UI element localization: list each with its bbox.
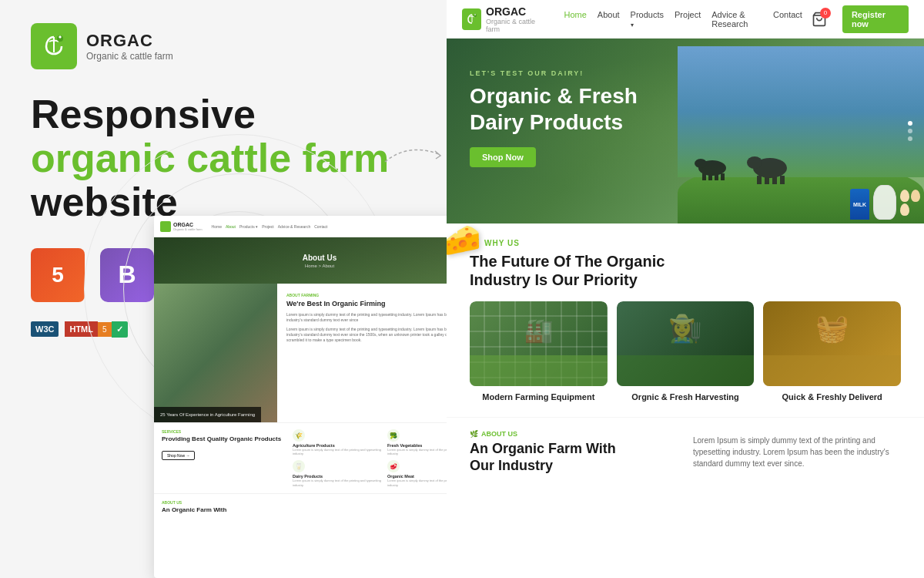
about-us-left: 🌿 ABOUT US An Organic Farm WithOur Indus…	[470, 430, 678, 474]
hero-content: LET'S TEST OUR DAIRY! Organic & FreshDai…	[447, 39, 924, 198]
service-agriculture: 🌾 Agriculture Products Lorem ipsum is si…	[293, 429, 383, 455]
right-nav-home[interactable]: Home	[564, 10, 587, 29]
mockup-hero-title: About Us	[303, 254, 336, 262]
html-box: HTML	[65, 321, 98, 337]
service-dairy-icon: 🥛	[293, 460, 305, 472]
service-dairy-desc: Lorem ipsum is simply dummy text of the …	[293, 479, 383, 486]
brand-name: ORGAC	[86, 31, 173, 51]
mockup-services: SERVICES Providing Best Quality Organic …	[154, 422, 485, 493]
mockup-services-tag: SERVICES	[162, 429, 285, 434]
svg-rect-2	[162, 223, 169, 230]
mockup-nav-links: Home About Products ▾ Project Advice & R…	[212, 224, 328, 229]
hero-tag: LET'S TEST OUR DAIRY!	[470, 69, 901, 77]
heading-line1: Responsive	[31, 92, 447, 136]
mockup-services-title: Providing Best Quality Organic Products	[162, 435, 285, 443]
service-agriculture-icon: 🌾	[293, 429, 305, 442]
why-us-tag: 🌿 WHY US	[470, 239, 901, 247]
mockup-shop-btn[interactable]: Shop Now →	[162, 451, 195, 460]
service-meat-icon: 🥩	[387, 460, 400, 472]
about-us-desc: Lorem Ipsum is simply dummy text of the …	[693, 435, 901, 469]
hero-shop-btn[interactable]: Shop Now	[470, 147, 536, 167]
right-nav-about[interactable]: About	[598, 10, 620, 29]
cheese-decoration: 🧀	[447, 222, 481, 258]
card-farming: 🏭 Modern Farming Equipment	[470, 301, 608, 402]
cart-icon-wrap[interactable]: 0	[812, 12, 827, 27]
website-mockup: ORGAC Organic & cattle farm Home About P…	[154, 216, 485, 578]
card-harvesting: 👩‍🌾 Orgnic & Fresh Harvesting	[617, 301, 755, 402]
card-farming-label: Modern Farming Equipment	[470, 392, 608, 402]
right-nav: ORGAC Organic & cattle farm Home About P…	[447, 0, 924, 39]
mockup-nav-contact[interactable]: Contact	[314, 224, 327, 229]
right-tagline: Organic & cattle farm	[486, 18, 544, 33]
html-valid-box: HTML 5 ✓	[65, 321, 127, 338]
mockup-about-us-title: An Organic Farm With	[162, 506, 477, 513]
mockup-farmer-overlay: 25 Years Of Experience in Agriculture Fa…	[154, 407, 261, 422]
logo-text: ORGAC Organic & cattle farm	[86, 31, 173, 62]
why-us-section: 🌿 WHY US The Future Of The OrganicIndust…	[447, 223, 924, 417]
right-about-us: 🌿 ABOUT US An Organic Farm WithOur Indus…	[447, 417, 924, 486]
products-dropdown-arrow: ▾	[631, 22, 634, 29]
mockup-logo: ORGAC Organic & cattle farm	[160, 221, 203, 232]
mockup-hero: About Us Home > About	[154, 237, 485, 284]
html5-version: 5	[98, 322, 112, 337]
right-logo-icon	[462, 8, 481, 30]
right-hero: MILK LET'S TEST OUR DAIRY!	[447, 39, 924, 223]
heading-green: organic cattle farm	[31, 136, 389, 180]
logo-icon	[31, 23, 77, 69]
about-us-tag: 🌿 ABOUT US	[470, 430, 678, 438]
card-delivery-image: 🧺	[763, 301, 901, 386]
cart-badge: 0	[820, 8, 831, 18]
mockup-nav: ORGAC Organic & cattle farm Home About P…	[154, 216, 485, 237]
right-nav-advice[interactable]: Advice & Research	[711, 10, 762, 29]
html-check: ✓	[112, 321, 128, 338]
brand-tagline: Organic & cattle farm	[86, 51, 173, 62]
w3c-box: W3C	[31, 321, 59, 337]
mockup-about-us: ABOUT US An Organic Farm With	[154, 493, 485, 519]
leaf-icon-2: 🌿	[470, 430, 478, 438]
mockup-logo-icon	[160, 221, 171, 232]
mockup-hero-breadcrumb: Home > About	[303, 264, 336, 268]
why-us-title: The Future Of The OrganicIndustry Is Our…	[470, 252, 901, 289]
bootstrap-icon: B	[100, 248, 154, 302]
right-nav-project[interactable]: Project	[675, 10, 701, 29]
right-nav-links: Home About Products ▾ Project Advice & R…	[564, 10, 802, 29]
html5-icon: 5	[31, 248, 85, 302]
mockup-brand: ORGAC	[173, 222, 203, 227]
hero-title: Organic & FreshDairy Products	[470, 83, 901, 135]
cards-grid: 🏭 Modern Farming Equipment 👩‍🌾 Orgnic & …	[470, 301, 901, 402]
right-nav-contact[interactable]: Contact	[773, 10, 802, 29]
card-delivery-label: Quick & Freshly Deliverd	[763, 392, 901, 402]
arrow-decoration	[377, 139, 454, 175]
mockup-about-left: 25 Years Of Experience in Agriculture Fa…	[154, 284, 277, 422]
left-panel: ORGAC Organic & cattle farm Responsive o…	[0, 0, 477, 578]
mockup-nav-products[interactable]: Products ▾	[239, 224, 258, 229]
mockup-nav-about[interactable]: About	[226, 224, 236, 229]
mockup-nav-home[interactable]: Home	[212, 224, 222, 229]
right-nav-products[interactable]: Products ▾	[631, 10, 664, 29]
service-agriculture-desc: Lorem ipsum is simply dummy text of the …	[293, 448, 383, 455]
mockup-services-left: SERVICES Providing Best Quality Organic …	[162, 429, 285, 487]
right-panel: ORGAC Organic & cattle farm Home About P…	[447, 0, 924, 578]
mockup-tagline: Organic & cattle farm	[173, 227, 203, 231]
mockup-farmer-img: 25 Years Of Experience in Agriculture Fa…	[154, 284, 277, 422]
mockup-about-us-tag: ABOUT US	[162, 500, 477, 505]
farmer-overlay-text: 25 Years Of Experience in Agriculture Fa…	[160, 412, 255, 418]
mockup-nav-project[interactable]: Project	[262, 224, 274, 229]
w3c-badge: W3C	[31, 321, 59, 337]
about-us-title: An Organic Farm WithOur Industry	[470, 441, 678, 474]
service-dairy: 🥛 Dairy Products Lorem ipsum is simply d…	[293, 460, 383, 486]
right-register-btn[interactable]: Register now	[842, 5, 909, 33]
logo-area: ORGAC Organic & cattle farm	[31, 23, 447, 69]
mockup-about-section: 25 Years Of Experience in Agriculture Fa…	[154, 284, 485, 422]
service-vegetables-icon: 🥦	[387, 429, 400, 442]
mockup-nav-advice[interactable]: Advice & Research	[278, 224, 311, 229]
right-logo: ORGAC Organic & cattle farm	[462, 5, 544, 33]
card-delivery: 🧺 Quick & Freshly Deliverd	[763, 301, 901, 402]
right-brand: ORGAC	[486, 5, 544, 18]
about-us-right: Lorem Ipsum is simply dummy text of the …	[693, 430, 901, 474]
egg-3	[900, 203, 909, 216]
card-harvesting-image: 👩‍🌾	[617, 301, 755, 386]
card-harvesting-label: Orgnic & Fresh Harvesting	[617, 392, 755, 402]
card-farming-image: 🏭	[470, 301, 608, 386]
